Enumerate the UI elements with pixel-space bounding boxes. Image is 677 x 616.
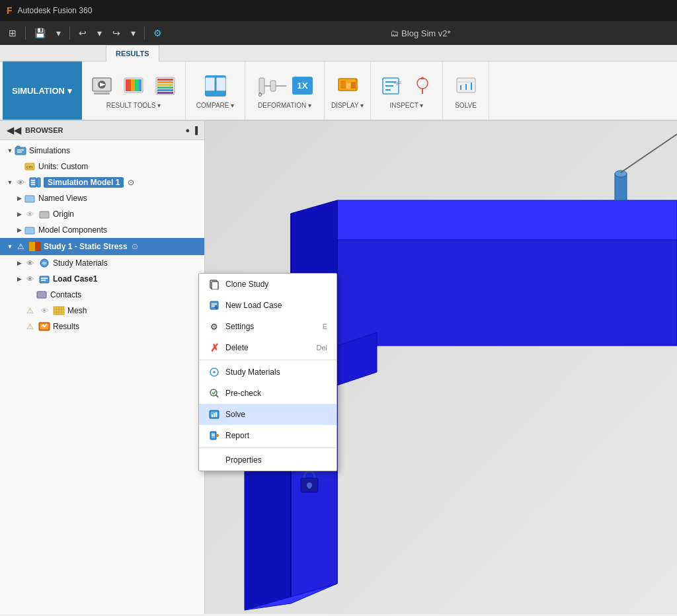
svg-rect-8: [139, 79, 141, 91]
simulations-arrow[interactable]: ▼: [5, 147, 15, 154]
ctx-new-load-case[interactable]: New Load Case: [199, 295, 337, 316]
svg-rect-25: [346, 83, 350, 89]
compare-button[interactable]: [192, 73, 239, 99]
study-materials-arrow[interactable]: ▶: [15, 260, 24, 266]
result-tools-section: RESULT TOOLS ▾: [82, 61, 186, 120]
study-materials-eye-icon[interactable]: 👁: [24, 257, 36, 269]
context-menu: Clone Study New Load Case: [198, 273, 337, 471]
tree-origin[interactable]: ▶ 👁 Origin: [0, 206, 204, 222]
inspect-button[interactable]: xyz: [376, 73, 405, 99]
tree-mesh[interactable]: ⚠ 👁 Mesh: [0, 303, 204, 319]
solve-ribbon-icon: [456, 75, 477, 96]
probe-button[interactable]: [408, 73, 437, 99]
tree-model-components[interactable]: ▶ Model Components: [0, 222, 204, 238]
origin-arrow[interactable]: ▶: [15, 211, 24, 217]
animation-icon: [91, 75, 112, 96]
display-button[interactable]: [333, 73, 362, 99]
study-materials-icon: [38, 257, 50, 269]
svg-text:xyz: xyz: [393, 79, 401, 85]
svg-rect-21: [270, 81, 276, 91]
contacts-icon: [36, 289, 48, 301]
results-label: Results: [53, 322, 79, 331]
simulations-icon: [15, 145, 26, 157]
ctx-study-materials-label: Study Materials: [225, 367, 280, 377]
qa-separator-2: [69, 26, 70, 40]
svg-marker-91: [337, 200, 677, 240]
deformation-1x-button[interactable]: 1X: [292, 77, 313, 95]
tree-study[interactable]: ▼ ⚠ Study 1 - Static Stress ⊙: [0, 238, 204, 255]
tree-units[interactable]: cm Units: Custom: [0, 159, 204, 174]
ctx-delete[interactable]: ✗ Delete Del: [199, 337, 337, 358]
sim-model-label: Simulation Model 1: [44, 177, 124, 188]
legend-button[interactable]: [151, 73, 180, 99]
svg-rect-83: [216, 412, 217, 417]
sim-model-target-icon[interactable]: ⊙: [128, 178, 134, 187]
undo-button[interactable]: ↩: [75, 26, 90, 40]
mesh-visibility-icon[interactable]: 👁: [38, 305, 50, 317]
ctx-delete-left: ✗ Delete: [208, 342, 249, 354]
qa-separator-1: [25, 26, 26, 40]
load-case-arrow[interactable]: ▶: [15, 276, 24, 282]
tree-contacts[interactable]: Contacts: [0, 287, 204, 303]
ctx-properties[interactable]: Properties: [199, 449, 337, 471]
browser-back-icon[interactable]: ◀◀: [7, 125, 21, 135]
svg-rect-11: [157, 81, 173, 83]
ctx-separator-2: [199, 447, 337, 448]
tree-simulations[interactable]: ▼ Simulations: [0, 143, 204, 159]
colormap-button[interactable]: [119, 73, 148, 99]
load-case-eye-icon[interactable]: 👁: [24, 273, 36, 285]
origin-visibility-icon[interactable]: 👁: [24, 208, 36, 220]
compare-icon: [205, 75, 226, 96]
ctx-clone-study[interactable]: Clone Study: [199, 274, 337, 295]
svg-rect-82: [214, 413, 215, 417]
undo-dropdown[interactable]: ▾: [94, 26, 105, 40]
redo-dropdown[interactable]: ▾: [128, 26, 139, 40]
settings-button[interactable]: ⚙: [150, 26, 165, 40]
mesh-label: Mesh: [67, 306, 87, 315]
svg-rect-104: [308, 485, 311, 488]
svg-rect-52: [40, 212, 49, 218]
ctx-settings[interactable]: ⚙ Settings E: [199, 316, 337, 337]
ctx-properties-label: Properties: [225, 455, 262, 465]
sim-model-eye-icon[interactable]: 👁: [15, 176, 26, 188]
study-warning-icon: ⚠: [15, 241, 26, 252]
svg-point-32: [417, 78, 428, 89]
main-area: ◀◀ BROWSER ● ▐ ▼: [0, 121, 677, 614]
sim-model-arrow[interactable]: ▼: [5, 179, 15, 186]
save-button[interactable]: 💾: [31, 26, 49, 40]
browser-collapse-icon[interactable]: ▐: [192, 126, 198, 134]
tree-sim-model[interactable]: ▼ 👁 Simulation Model 1 ⊙: [0, 174, 204, 190]
model-components-arrow[interactable]: ▶: [15, 227, 24, 233]
ctx-solve[interactable]: Solve: [199, 404, 337, 425]
solve-ribbon-button[interactable]: [452, 73, 481, 99]
named-views-arrow[interactable]: ▶: [15, 195, 24, 202]
display-section: DISPLAY ▾: [325, 61, 371, 120]
browser-header: ◀◀ BROWSER ● ▐: [0, 121, 204, 140]
svg-text:0: 0: [259, 91, 262, 98]
browser-panel: ◀◀ BROWSER ● ▐ ▼: [0, 121, 205, 614]
svg-point-100: [615, 171, 627, 177]
ctx-precheck-label: Pre-check: [225, 389, 261, 398]
study-type-icon: [29, 241, 41, 252]
ctx-clone-label: Clone Study: [225, 280, 268, 289]
grid-button[interactable]: ⊞: [5, 26, 20, 40]
ribbon: SIMULATION ▾: [0, 61, 677, 121]
redo-button[interactable]: ↪: [109, 26, 124, 40]
tab-results[interactable]: RESULTS: [106, 45, 159, 61]
save-dropdown[interactable]: ▾: [53, 26, 64, 40]
tree-named-views[interactable]: ▶ Named Views: [0, 190, 204, 206]
study-arrow[interactable]: ▼: [5, 243, 15, 250]
animation-button[interactable]: [87, 73, 116, 99]
ctx-study-materials[interactable]: Study Materials: [199, 362, 337, 383]
ctx-precheck[interactable]: Pre-check: [199, 383, 337, 404]
study-label: Study 1 - Static Stress: [44, 242, 128, 251]
model-components-icon: [24, 224, 36, 236]
tree-study-materials[interactable]: ▶ 👁 Study Materials: [0, 255, 204, 271]
svg-rect-70: [210, 301, 218, 309]
tree-results[interactable]: ⚠ Results: [0, 319, 204, 334]
units-icon: cm: [24, 161, 36, 173]
tree-load-case[interactable]: ▶ 👁 Load Case1: [0, 271, 204, 287]
study-target-icon[interactable]: ⊙: [132, 242, 138, 251]
ctx-report[interactable]: Report: [199, 425, 337, 446]
simulation-button[interactable]: SIMULATION ▾: [3, 61, 82, 120]
